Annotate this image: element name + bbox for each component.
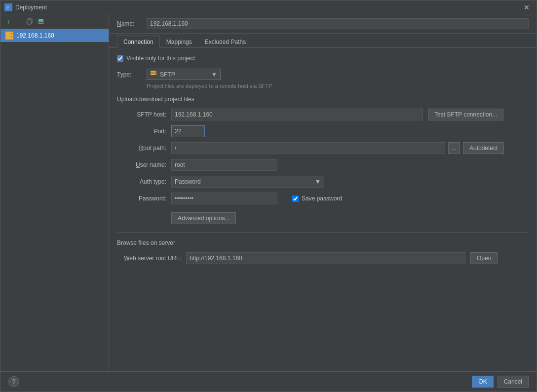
svg-rect-12	[151, 71, 156, 73]
svg-point-14	[155, 72, 155, 72]
user-name-input[interactable]	[171, 159, 277, 171]
advanced-btn-row: Advanced options...	[171, 212, 529, 224]
auth-type-value: Password	[175, 178, 201, 185]
web-url-input[interactable]	[186, 252, 465, 264]
sftp-type-icon	[150, 71, 157, 78]
browse-section: Browse files on server Web server root U…	[117, 239, 529, 264]
name-label: Name:	[117, 20, 142, 27]
svg-rect-2	[6, 7, 9, 7]
root-path-label: Root path:	[117, 145, 166, 152]
web-url-group: Web server root URL: Open	[117, 252, 529, 264]
type-select[interactable]: SFTP ▼	[147, 69, 221, 80]
svg-rect-7	[38, 21, 43, 23]
help-button[interactable]: ?	[8, 376, 19, 387]
root-path-row: ... Autodetect	[171, 142, 504, 154]
type-row: Type: SFTP ▼	[117, 69, 529, 80]
ok-button[interactable]: OK	[472, 376, 493, 388]
title-bar-left: Deployment	[4, 3, 47, 11]
title-bar: Deployment ✕	[0, 0, 537, 14]
tabs-row: Connection Mappings Excluded Paths	[109, 34, 537, 48]
open-button[interactable]: Open	[470, 252, 498, 264]
sidebar: + −	[0, 14, 109, 371]
type-value: SFTP	[160, 71, 175, 78]
type-hint: Project files are deployed to a remote h…	[147, 83, 529, 89]
sidebar-item-label: 192.168.1.160	[16, 32, 54, 39]
advanced-options-button[interactable]: Advanced options...	[171, 212, 236, 224]
visible-label[interactable]: Visible only for this project	[126, 55, 195, 62]
auth-type-select[interactable]: Password ▼	[171, 176, 324, 188]
port-label: Port:	[117, 128, 166, 135]
name-row: Name:	[109, 14, 537, 34]
visible-checkbox[interactable]	[117, 55, 123, 62]
svg-point-10	[11, 33, 12, 34]
copy-button[interactable]	[25, 17, 35, 27]
svg-rect-3	[6, 8, 9, 8]
footer: ? OK Cancel	[0, 371, 537, 392]
visible-checkbox-row: Visible only for this project	[117, 55, 529, 62]
password-group: Password: Save password	[117, 193, 529, 204]
port-group: Port:	[117, 125, 529, 137]
app-icon	[4, 3, 12, 11]
test-sftp-button[interactable]: Test SFTP connection...	[428, 109, 503, 120]
window-title: Deployment	[15, 4, 47, 11]
cancel-button[interactable]: Cancel	[498, 376, 529, 388]
sftp-host-label: SFTP host:	[117, 111, 166, 118]
user-name-label: User name:	[117, 161, 166, 168]
sidebar-item-server[interactable]: 192.168.1.160	[0, 29, 109, 42]
sftp-host-group: SFTP host: Test SFTP connection...	[117, 109, 529, 120]
auth-type-dropdown-icon: ▼	[315, 178, 321, 185]
deployment-window: Deployment ✕ + −	[0, 0, 537, 392]
auth-type-group: Auth type: Password ▼	[117, 176, 529, 188]
type-label: Type:	[117, 71, 142, 78]
name-input[interactable]	[147, 18, 529, 29]
sftp-host-input[interactable]	[171, 109, 423, 120]
dropdown-arrow-icon: ▼	[211, 71, 217, 78]
form-area: Visible only for this project Type:	[109, 48, 537, 371]
svg-point-15	[155, 74, 155, 75]
svg-rect-5	[27, 20, 31, 24]
root-path-input[interactable]	[171, 142, 445, 154]
remove-button[interactable]: −	[14, 17, 24, 27]
autodetect-button[interactable]: Autodetect	[463, 142, 504, 154]
svg-point-11	[11, 36, 12, 37]
svg-rect-6	[38, 19, 43, 21]
tab-connection[interactable]: Connection	[117, 36, 160, 48]
upload-section-title: Upload/download project files	[117, 96, 529, 103]
user-name-group: User name:	[117, 159, 529, 171]
password-label: Password:	[117, 195, 166, 202]
svg-rect-8	[6, 33, 13, 35]
tab-mappings[interactable]: Mappings	[160, 36, 198, 48]
browse-button[interactable]: ...	[448, 142, 460, 154]
save-password-row: Save password	[292, 195, 342, 202]
svg-rect-13	[151, 74, 156, 76]
root-path-group: Root path: ... Autodetect	[117, 142, 529, 154]
auth-type-label: Auth type:	[117, 178, 166, 185]
save-password-checkbox[interactable]	[292, 196, 299, 202]
server-icon	[5, 32, 13, 39]
content-area: Name: Connection Mappings Excluded Paths…	[109, 14, 537, 371]
svg-rect-9	[6, 36, 13, 38]
browse-section-title: Browse files on server	[117, 239, 529, 246]
web-url-label: Web server root URL:	[117, 255, 181, 262]
move-button[interactable]	[36, 17, 46, 27]
close-button[interactable]: ✕	[521, 2, 533, 12]
add-button[interactable]: +	[3, 17, 13, 27]
password-input[interactable]	[171, 193, 277, 204]
save-password-label[interactable]: Save password	[302, 195, 342, 202]
sidebar-toolbar: + −	[0, 14, 109, 29]
footer-buttons: OK Cancel	[472, 376, 529, 388]
main-content: + −	[0, 14, 537, 371]
svg-rect-1	[6, 6, 10, 6]
port-input[interactable]	[171, 125, 205, 137]
divider	[117, 232, 529, 233]
tab-excluded-paths[interactable]: Excluded Paths	[198, 36, 252, 48]
